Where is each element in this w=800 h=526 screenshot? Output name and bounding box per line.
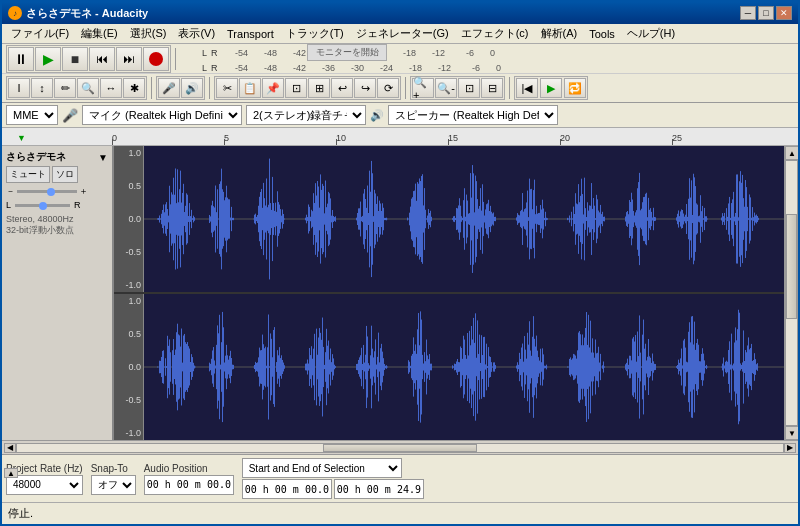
title-controls: ─ □ ✕ bbox=[740, 6, 792, 20]
minimize-button[interactable]: ─ bbox=[740, 6, 756, 20]
device-bar: MME 🎤 マイク (Realtek High Definition 2(ステレ… bbox=[2, 103, 798, 128]
skip-end-button[interactable]: ⏭ bbox=[116, 47, 142, 71]
scroll-down-button[interactable]: ▼ bbox=[785, 426, 798, 440]
track-collapse-arrow[interactable]: ▼ bbox=[98, 152, 108, 163]
scroll-left-button[interactable]: ◀ bbox=[4, 443, 16, 453]
track-controls: さらさデモネ ▼ ミュート ソロ － ＋ bbox=[2, 146, 114, 440]
zoom-out-button[interactable]: 🔍- bbox=[435, 78, 457, 98]
draw-tool[interactable]: ✏ bbox=[54, 78, 76, 98]
select-tool[interactable]: I bbox=[8, 78, 30, 98]
scroll-v-thumb[interactable] bbox=[786, 214, 797, 320]
play-button[interactable]: ▶ bbox=[35, 47, 61, 71]
menu-bar: ファイル(F) 編集(E) 選択(S) 表示(V) Transport トラック… bbox=[2, 24, 798, 44]
maximize-button[interactable]: □ bbox=[758, 6, 774, 20]
solo-button[interactable]: ソロ bbox=[52, 166, 78, 183]
separator-5 bbox=[509, 77, 510, 99]
waveform-bottom-channel: 1.0 0.5 0.0 -0.5 -1.0 bbox=[114, 294, 784, 440]
waveform-top-canvas[interactable] bbox=[144, 146, 784, 292]
menu-effect[interactable]: エフェクト(c) bbox=[456, 25, 534, 42]
undo-button[interactable]: ↩ bbox=[331, 78, 353, 98]
clipboard-tools: ✂ 📋 📌 ⊡ ⊞ ↩ ↪ ⟳ bbox=[214, 76, 401, 100]
track-area: さらさデモネ ▼ ミュート ソロ － ＋ bbox=[2, 146, 798, 454]
skip-start-small[interactable]: |◀ bbox=[516, 78, 538, 98]
gain-minus[interactable]: － bbox=[6, 185, 15, 198]
waveform-bottom-scale: 1.0 0.5 0.0 -0.5 -1.0 bbox=[114, 294, 144, 440]
menu-help[interactable]: ヘルプ(H) bbox=[622, 25, 680, 42]
menu-analyze[interactable]: 解析(A) bbox=[536, 25, 583, 42]
record-button[interactable] bbox=[143, 47, 169, 71]
menu-file[interactable]: ファイル(F) bbox=[6, 25, 74, 42]
track-gain-row: － ＋ bbox=[6, 185, 108, 198]
separator-4 bbox=[405, 77, 406, 99]
title-bar: ♪ さらさデモネ - Audacity ─ □ ✕ bbox=[2, 2, 798, 24]
mic-button[interactable]: 🎤 bbox=[158, 78, 180, 98]
zoom-in-button[interactable]: 🔍+ bbox=[412, 78, 434, 98]
menu-transport[interactable]: Transport bbox=[222, 27, 279, 41]
vertical-scrollbar[interactable]: ▲ ▼ bbox=[784, 146, 798, 440]
scroll-h-track[interactable] bbox=[16, 443, 784, 453]
ruler-15: 15 bbox=[448, 133, 458, 143]
mute-button[interactable]: ミュート bbox=[6, 166, 50, 183]
speaker-button[interactable]: 🔊 bbox=[181, 78, 203, 98]
horizontal-scrollbar[interactable]: ◀ ▶ bbox=[2, 440, 798, 454]
scroll-right-button[interactable]: ▶ bbox=[784, 443, 796, 453]
vu-meter-area: L R -54 -48 -42 モニターを開始 -18 -12 -6 0 L R… bbox=[184, 44, 501, 73]
playhead-arrow: ▼ bbox=[17, 133, 26, 143]
menu-tools[interactable]: Tools bbox=[584, 27, 620, 41]
selection-end-input[interactable] bbox=[334, 479, 424, 499]
menu-edit[interactable]: 編集(E) bbox=[76, 25, 123, 42]
edit-tools: I ↕ ✏ 🔍 ↔ ✱ bbox=[6, 76, 147, 100]
audio-position-area: Audio Position bbox=[144, 463, 234, 495]
loop-small[interactable]: 🔁 bbox=[564, 78, 586, 98]
waveform-bottom-canvas[interactable] bbox=[144, 294, 784, 440]
gain-plus[interactable]: ＋ bbox=[79, 185, 88, 198]
pan-slider[interactable] bbox=[15, 204, 70, 207]
audio-tools: 🎤 🔊 bbox=[156, 76, 205, 100]
menu-generate[interactable]: ジェネレーター(G) bbox=[351, 25, 454, 42]
channels-select[interactable]: 2(ステレオ)録音チャンネ bbox=[246, 105, 366, 125]
output-device-select[interactable]: スピーカー (Realtek High Defini bbox=[388, 105, 558, 125]
scroll-h-thumb[interactable] bbox=[323, 444, 476, 452]
monitor-start-button[interactable]: モニターを開始 bbox=[307, 44, 387, 61]
paste-button[interactable]: 📌 bbox=[262, 78, 284, 98]
selection-mode-select[interactable]: Start and End of Selection bbox=[242, 458, 402, 478]
fit-track-button[interactable]: ⊟ bbox=[481, 78, 503, 98]
input-device-select[interactable]: マイク (Realtek High Definition bbox=[82, 105, 242, 125]
pan-row: L R bbox=[6, 200, 108, 210]
fit-project-button[interactable]: ⊡ bbox=[458, 78, 480, 98]
separator-2 bbox=[151, 77, 152, 99]
cut-button[interactable]: ✂ bbox=[216, 78, 238, 98]
stop-button[interactable]: ■ bbox=[62, 47, 88, 71]
gain-slider[interactable] bbox=[17, 190, 77, 193]
trim-button[interactable]: ⊡ bbox=[285, 78, 307, 98]
tick-5 bbox=[224, 139, 225, 145]
snap-to-select[interactable]: オフ bbox=[91, 475, 136, 495]
selection-start-input[interactable] bbox=[242, 479, 332, 499]
sync-button[interactable]: ⟳ bbox=[377, 78, 399, 98]
menu-select[interactable]: 選択(S) bbox=[125, 25, 172, 42]
envelope-tool[interactable]: ↕ bbox=[31, 78, 53, 98]
multi-tool[interactable]: ✱ bbox=[123, 78, 145, 98]
close-button[interactable]: ✕ bbox=[776, 6, 792, 20]
silence-button[interactable]: ⊞ bbox=[308, 78, 330, 98]
timeshift-tool[interactable]: ↔ bbox=[100, 78, 122, 98]
menu-view[interactable]: 表示(V) bbox=[173, 25, 220, 42]
scroll-up-button[interactable]: ▲ bbox=[785, 146, 798, 160]
pan-l-label: L bbox=[6, 200, 11, 210]
toolbar-row-2: I ↕ ✏ 🔍 ↔ ✱ 🎤 🔊 ✂ 📋 📌 ⊡ ⊞ ↩ ↪ ⟳ bbox=[2, 74, 798, 102]
scroll-v-track[interactable] bbox=[785, 160, 798, 426]
snap-to-area: Snap-To オフ bbox=[91, 463, 136, 495]
copy-button[interactable]: 📋 bbox=[239, 78, 261, 98]
status-text: 停止. bbox=[8, 506, 33, 521]
menu-track[interactable]: トラック(T) bbox=[281, 25, 349, 42]
track-container: さらさデモネ ▼ ミュート ソロ － ＋ bbox=[2, 146, 798, 440]
play-small[interactable]: ▶ bbox=[540, 78, 562, 98]
track-info: Stereo, 48000Hz 32-bit浮動小数点 bbox=[6, 214, 108, 237]
audio-position-input[interactable] bbox=[144, 475, 234, 495]
playback-tools: |◀ ▶ 🔁 bbox=[514, 76, 588, 100]
redo-button[interactable]: ↪ bbox=[354, 78, 376, 98]
pause-button[interactable]: ⏸ bbox=[8, 47, 34, 71]
skip-start-button[interactable]: ⏮ bbox=[89, 47, 115, 71]
zoom-tool[interactable]: 🔍 bbox=[77, 78, 99, 98]
host-select[interactable]: MME bbox=[6, 105, 58, 125]
